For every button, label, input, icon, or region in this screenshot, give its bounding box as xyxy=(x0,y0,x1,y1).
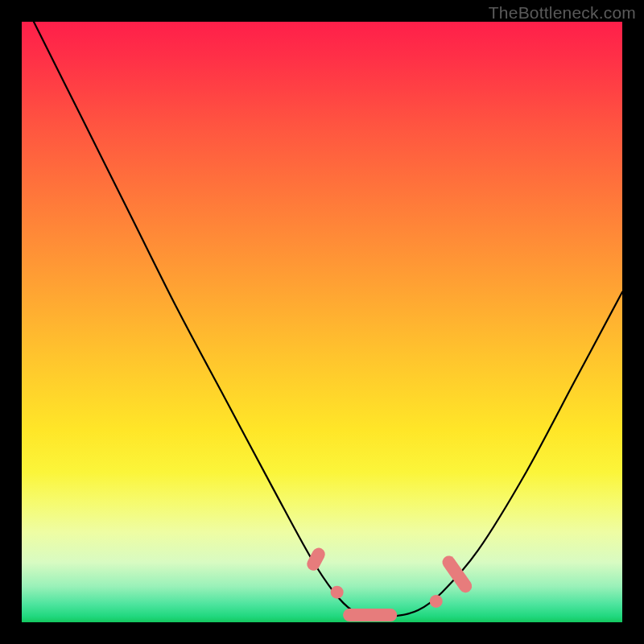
curve-marker-pill xyxy=(304,546,327,573)
bottleneck-curve xyxy=(34,22,622,617)
watermark-text: TheBottleneck.com xyxy=(489,3,636,23)
chart-plot-area xyxy=(22,22,622,622)
curve-markers xyxy=(304,546,474,621)
curve-marker-dot xyxy=(430,595,443,608)
curve-marker-pill xyxy=(343,609,397,621)
bottleneck-curve-svg xyxy=(22,22,622,622)
curve-marker-dot xyxy=(331,586,344,599)
chart-frame: TheBottleneck.com xyxy=(0,0,644,644)
